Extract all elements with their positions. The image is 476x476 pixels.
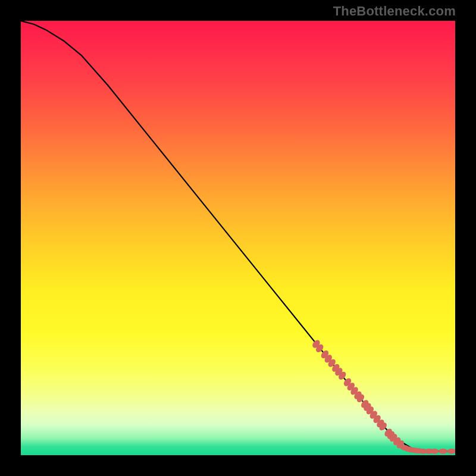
- curve-path: [21, 21, 455, 451]
- chart-frame: TheBottleneck.com: [0, 0, 476, 476]
- data-markers: [311, 339, 455, 454]
- data-marker: [447, 449, 455, 454]
- data-marker: [439, 449, 447, 454]
- curve-line: [21, 21, 455, 451]
- chart-svg: [21, 21, 455, 455]
- watermark-text: TheBottleneck.com: [333, 4, 456, 19]
- data-marker: [430, 449, 439, 454]
- plot-area: [21, 21, 455, 455]
